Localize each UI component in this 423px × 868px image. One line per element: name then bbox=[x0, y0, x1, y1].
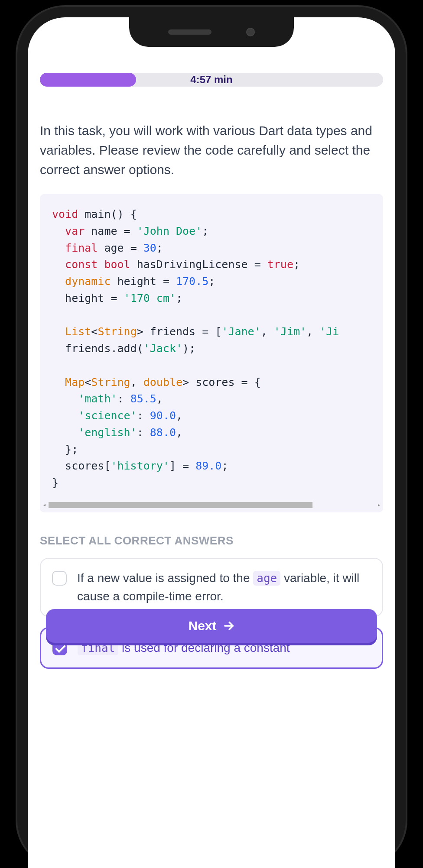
progress-section: 4:57 min bbox=[28, 55, 395, 99]
next-button-label: Next bbox=[188, 619, 216, 633]
notch-speaker bbox=[168, 29, 212, 35]
phone-frame: 4:57 min In this task, you will work wit… bbox=[17, 7, 406, 868]
code-block: void main() { var name = 'John Doe'; fin… bbox=[40, 194, 383, 512]
scroll-track[interactable] bbox=[49, 502, 374, 508]
section-title: SELECT ALL CORRECT ANSWERS bbox=[40, 534, 383, 547]
app-content: 4:57 min In this task, you will work wit… bbox=[28, 55, 395, 868]
code-horizontal-scrollbar[interactable]: ◂ ▸ bbox=[40, 500, 383, 510]
phone-notch bbox=[129, 17, 294, 47]
task-body: In this task, you will work with various… bbox=[28, 99, 395, 669]
progress-bar: 4:57 min bbox=[40, 73, 383, 87]
scroll-right-arrow-icon[interactable]: ▸ bbox=[376, 502, 381, 508]
timer-text: 4:57 min bbox=[40, 73, 383, 87]
next-button[interactable]: Next bbox=[46, 609, 377, 643]
arrow-right-icon bbox=[223, 620, 235, 632]
scroll-thumb[interactable] bbox=[49, 502, 312, 508]
code-content: void main() { var name = 'John Doe'; fin… bbox=[40, 206, 383, 500]
instructions-text: In this task, you will work with various… bbox=[40, 121, 383, 179]
answer-checkbox[interactable] bbox=[52, 571, 67, 586]
scroll-left-arrow-icon[interactable]: ◂ bbox=[42, 502, 47, 508]
screen: 4:57 min In this task, you will work wit… bbox=[28, 17, 395, 868]
notch-camera bbox=[246, 28, 255, 36]
answer-text: If a new value is assigned to the age va… bbox=[77, 569, 371, 606]
answer-option-0[interactable]: If a new value is assigned to the age va… bbox=[40, 558, 383, 617]
inline-code: age bbox=[253, 571, 280, 586]
